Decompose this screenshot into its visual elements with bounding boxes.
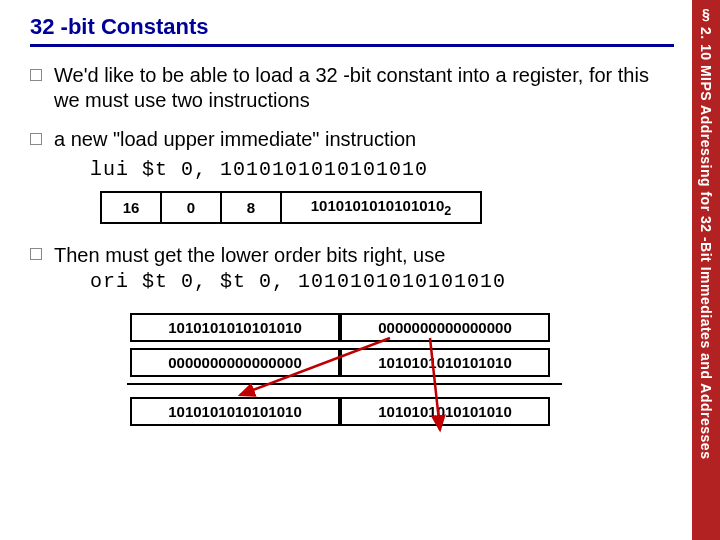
bits-cell: 0000000000000000 <box>340 313 550 342</box>
bullet-text: a new "load upper immediate" instruction <box>54 127 416 152</box>
table-row: 16 0 8 10101010101010102 <box>101 192 481 223</box>
slide-content: 32 -bit Constants We'd like to be able t… <box>0 0 692 540</box>
bits-cell: 0000000000000000 <box>130 348 340 377</box>
bullet-box-icon <box>30 69 42 81</box>
field-immediate: 10101010101010102 <box>281 192 481 223</box>
bullet-2: a new "load upper immediate" instruction <box>30 127 674 152</box>
immediate-sub: 2 <box>444 204 451 218</box>
section-label: § 2. 10 MIPS Addressing for 32 -Bit Imme… <box>692 0 720 540</box>
field-rt: 8 <box>221 192 281 223</box>
code-ori: ori $t 0, $t 0, 1010101010101010 <box>90 270 674 293</box>
immediate-bits: 1010101010101010 <box>311 197 444 214</box>
field-rs: 0 <box>161 192 221 223</box>
table-row: 1010101010101010 1010101010101010 <box>130 397 550 426</box>
bullet-text: Then must get the lower order bits right… <box>54 242 445 268</box>
bullet-box-icon <box>30 248 42 260</box>
bullet-text: We'd like to be able to load a 32 -bit c… <box>54 63 674 113</box>
divider-line <box>127 383 562 385</box>
bits-cell: 1010101010101010 <box>340 397 550 426</box>
bits-table-result: 1010101010101010 1010101010101010 <box>130 391 550 432</box>
bullet-3: Then must get the lower order bits right… <box>30 242 674 268</box>
field-opcode: 16 <box>101 192 161 223</box>
code-lui: lui $t 0, 1010101010101010 <box>90 158 674 181</box>
bullet-box-icon <box>30 133 42 145</box>
instruction-encoding-table: 16 0 8 10101010101010102 <box>100 191 482 224</box>
bits-cell: 1010101010101010 <box>130 313 340 342</box>
bits-cell: 1010101010101010 <box>130 397 340 426</box>
table-row: 1010101010101010 0000000000000000 <box>130 313 550 342</box>
table-row: 0000000000000000 1010101010101010 <box>130 348 550 377</box>
bullet-1: We'd like to be able to load a 32 -bit c… <box>30 63 674 113</box>
bits-table-upper: 1010101010101010 0000000000000000 000000… <box>130 307 550 383</box>
bits-cell: 1010101010101010 <box>340 348 550 377</box>
slide-title: 32 -bit Constants <box>30 14 674 47</box>
